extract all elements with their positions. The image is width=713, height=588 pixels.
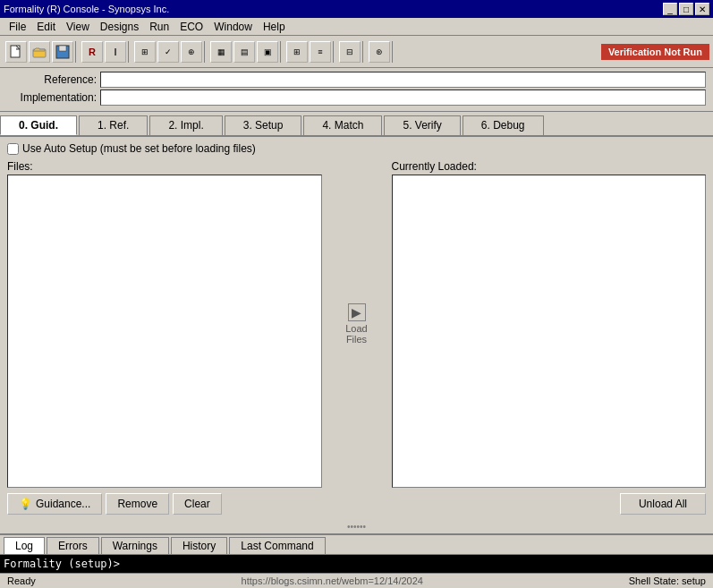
guidance-button[interactable]: 💡 Guidance...: [7, 493, 102, 515]
tab-debug[interactable]: 6. Debug: [463, 115, 544, 135]
files-panel: Files:: [7, 160, 322, 488]
menu-file[interactable]: File: [4, 19, 31, 35]
toolbar-btn-b2[interactable]: ≡: [310, 41, 331, 63]
status-url: https://blogs.csimn.net/webm=12/14/2024: [242, 575, 423, 586]
tab-verify[interactable]: 5. Verify: [384, 115, 460, 135]
console-tab-errors[interactable]: Errors: [47, 537, 99, 554]
toolbar-btn-c1[interactable]: ⊟: [339, 41, 361, 63]
tab-match[interactable]: 4. Match: [303, 115, 382, 135]
console-area: Log Errors Warnings History Last Command…: [0, 533, 713, 573]
window-title: Formality (R) Console - Synopsys Inc.: [4, 4, 169, 14]
toolbar-btn-ref[interactable]: R: [81, 41, 103, 63]
resize-handle[interactable]: ••••••: [0, 520, 713, 533]
bottom-buttons: 💡 Guidance... Remove Clear Unload All: [7, 493, 706, 515]
files-list[interactable]: [7, 175, 322, 488]
implementation-row: Implementation:: [7, 89, 706, 106]
toolbar-btn-verify[interactable]: ✓: [157, 41, 179, 63]
menu-run[interactable]: Run: [144, 19, 174, 35]
toolbar-group-6: ⊟: [337, 41, 363, 63]
play-icon: ▶: [348, 303, 366, 321]
toolbar-group-5: ⊞ ≡: [284, 41, 334, 63]
load-files-area: ▶ LoadFiles: [326, 160, 388, 488]
tab-setup[interactable]: 3. Setup: [225, 115, 302, 135]
console-prompt: Formality (setup)>: [4, 558, 120, 570]
console-tabs: Log Errors Warnings History Last Command: [0, 535, 713, 555]
console-tab-warnings[interactable]: Warnings: [101, 537, 169, 554]
toolbar-btn-match[interactable]: ⊞: [134, 41, 156, 63]
menu-window[interactable]: Window: [208, 19, 258, 35]
load-files-label: LoadFiles: [345, 323, 367, 345]
console-tab-history[interactable]: History: [171, 537, 227, 554]
reference-input[interactable]: [100, 72, 706, 88]
toolbar-btn-a1[interactable]: ▦: [210, 41, 232, 63]
toolbar-group-1: [4, 41, 76, 63]
verification-badge: Verification Not Run: [601, 44, 709, 60]
currently-loaded-label: Currently Loaded:: [392, 160, 707, 173]
menu-view[interactable]: View: [61, 19, 95, 35]
toolbar-btn-new[interactable]: [5, 41, 27, 63]
status-bar: Ready https://blogs.csimn.net/webm=12/14…: [0, 573, 713, 588]
toolbar-btn-save[interactable]: [52, 41, 73, 63]
main-area: Use Auto Setup (must be set before loadi…: [0, 137, 713, 573]
app-wrapper: Formality (R) Console - Synopsys Inc. _ …: [0, 0, 713, 588]
maximize-button[interactable]: □: [679, 3, 693, 15]
svg-rect-3: [59, 46, 66, 51]
toolbar-btn-a2[interactable]: ▤: [233, 41, 255, 63]
toolbar-btn-d1[interactable]: ⊛: [369, 41, 390, 63]
toolbar-group-7: ⊛: [367, 41, 393, 63]
toolbar-btn-a3[interactable]: ▣: [257, 41, 278, 63]
close-button[interactable]: ✕: [695, 3, 709, 15]
guidance-icon: 💡: [19, 498, 32, 510]
console-input[interactable]: [120, 558, 709, 570]
load-files-button[interactable]: ▶ LoadFiles: [330, 300, 384, 348]
middle-row: Files: ▶ LoadFiles Currently Loaded:: [7, 160, 706, 488]
currently-loaded-panel: Currently Loaded:: [392, 160, 707, 488]
clear-button[interactable]: Clear: [173, 493, 222, 515]
menu-bar: File Edit View Designs Run ECO Window He…: [0, 18, 713, 36]
status-shell-state: Shell State: setup: [629, 575, 706, 586]
reference-row: Reference:: [7, 72, 706, 88]
tabs-bar: 0. Guid. 1. Ref. 2. Impl. 3. Setup 4. Ma…: [0, 112, 713, 137]
status-ready: Ready: [7, 575, 36, 586]
auto-setup-checkbox[interactable]: [7, 143, 19, 155]
tab-impl[interactable]: 2. Impl.: [149, 115, 222, 135]
menu-edit[interactable]: Edit: [31, 19, 61, 35]
console-input-area: Formality (setup)>: [0, 555, 713, 573]
minimize-button[interactable]: _: [663, 3, 677, 15]
title-bar-controls: _ □ ✕: [663, 3, 709, 15]
tab-guid[interactable]: 0. Guid.: [0, 115, 77, 135]
implementation-label: Implementation:: [7, 91, 97, 104]
console-tab-last-command[interactable]: Last Command: [229, 537, 325, 554]
toolbar-btn-b1[interactable]: ⊞: [286, 41, 308, 63]
unload-all-button[interactable]: Unload All: [620, 493, 706, 515]
reference-label: Reference:: [7, 73, 97, 86]
auto-setup-label[interactable]: Use Auto Setup (must be set before loadi…: [22, 142, 256, 155]
toolbar-group-2: R I: [80, 41, 129, 63]
center-panel: Use Auto Setup (must be set before loadi…: [0, 137, 713, 520]
console-tab-log[interactable]: Log: [4, 537, 45, 554]
title-bar: Formality (R) Console - Synopsys Inc. _ …: [0, 0, 713, 18]
toolbar: R I ⊞ ✓ ⊕ ▦ ▤ ▣ ⊞ ≡ ⊟ ⊛ Verification Not…: [0, 36, 713, 68]
menu-eco[interactable]: ECO: [174, 19, 208, 35]
menu-help[interactable]: Help: [258, 19, 291, 35]
toolbar-btn-open[interactable]: [29, 41, 50, 63]
tab-ref[interactable]: 1. Ref.: [79, 115, 148, 135]
menu-designs[interactable]: Designs: [95, 19, 144, 35]
implementation-input[interactable]: [100, 89, 706, 106]
toolbar-btn-debug[interactable]: ⊕: [181, 41, 202, 63]
remove-button[interactable]: Remove: [106, 493, 169, 515]
toolbar-btn-impl[interactable]: I: [105, 41, 126, 63]
currently-loaded-list[interactable]: [392, 175, 707, 488]
files-label: Files:: [7, 160, 322, 173]
toolbar-group-3: ⊞ ✓ ⊕: [132, 41, 205, 63]
auto-setup-row: Use Auto Setup (must be set before loadi…: [7, 142, 706, 155]
ref-impl-panel: Reference: Implementation:: [0, 68, 713, 112]
toolbar-group-4: ▦ ▤ ▣: [208, 41, 281, 63]
